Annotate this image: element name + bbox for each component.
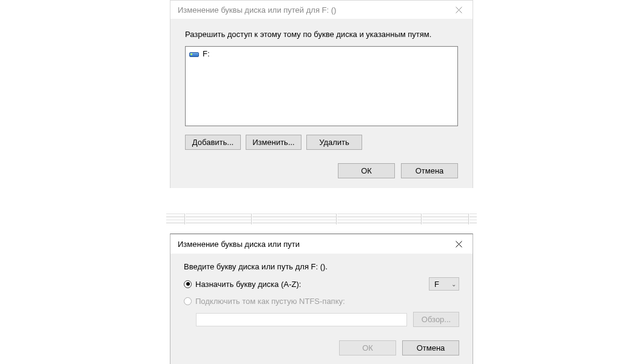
titlebar: Изменение буквы диска или путей для F: (… <box>170 1 473 19</box>
close-button[interactable] <box>445 234 473 254</box>
close-icon <box>456 7 462 13</box>
add-button[interactable]: Добавить... <box>185 135 241 150</box>
list-item-label: F: <box>203 49 210 58</box>
assign-letter-label: Назначить букву диска (A-Z): <box>195 280 301 289</box>
dialog-title: Изменение буквы диска или пути <box>178 240 300 249</box>
chevron-down-icon: ⌄ <box>451 281 456 288</box>
prompt-text: Разрешить доступ к этому тому по букве д… <box>185 30 458 39</box>
change-button[interactable]: Изменить... <box>246 135 301 150</box>
mount-folder-row: Подключить том как пустую NTFS-папку: <box>184 297 459 306</box>
dialog-title: Изменение буквы диска или путей для F: (… <box>178 5 336 15</box>
browse-button: Обзор... <box>413 312 459 327</box>
ok-button: ОК <box>339 340 396 356</box>
assign-letter-radio[interactable] <box>184 280 192 288</box>
change-drive-letter-main-dialog: Изменение буквы диска или путей для F: (… <box>170 0 473 188</box>
drive-paths-listbox[interactable]: F: <box>185 46 458 126</box>
list-item[interactable]: F: <box>189 49 454 58</box>
confirm-button-row: ОК Отмена <box>184 340 459 356</box>
intro-text: Введите букву диска или путь для F: (). <box>184 262 459 271</box>
background-window-frame <box>166 212 477 231</box>
remove-button[interactable]: Удалить <box>306 135 362 150</box>
drive-letter-combobox[interactable]: F ⌄ <box>429 277 459 291</box>
mount-path-row: Обзор... <box>196 312 459 327</box>
dialog-body: Разрешить доступ к этому тому по букве д… <box>170 19 473 188</box>
dialog-body: Введите букву диска или путь для F: (). … <box>170 254 473 364</box>
mount-path-input <box>196 313 407 326</box>
action-button-row: Добавить... Изменить... Удалить <box>185 135 458 150</box>
ok-button[interactable]: ОК <box>338 163 395 178</box>
close-button[interactable] <box>445 1 473 19</box>
mount-folder-radio[interactable] <box>184 297 192 305</box>
drive-letter-value: F <box>434 280 439 289</box>
titlebar: Изменение буквы диска или пути <box>170 234 473 254</box>
change-drive-letter-sub-dialog: Изменение буквы диска или пути Введите б… <box>170 234 473 364</box>
confirm-button-row: ОК Отмена <box>185 163 458 178</box>
assign-letter-row: Назначить букву диска (A-Z): F ⌄ <box>184 277 459 291</box>
cancel-button[interactable]: Отмена <box>402 340 459 356</box>
close-icon <box>456 241 462 248</box>
cancel-button[interactable]: Отмена <box>401 163 458 178</box>
mount-folder-label: Подключить том как пустую NTFS-папку: <box>195 297 345 306</box>
drive-icon <box>189 50 199 57</box>
